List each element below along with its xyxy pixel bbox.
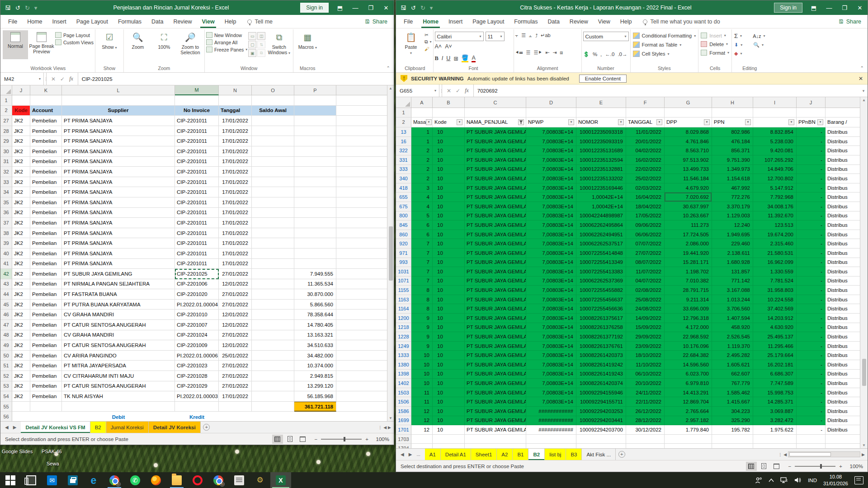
cell-nomor[interactable]: 100062262494951 [576,230,626,239]
copy-button[interactable]: ⧉▾ [425,39,432,45]
cell-kode[interactable]: JK2 [12,208,30,218]
cell-supplier[interactable]: PT NIRMALA PANGAN SEJAHTERA [62,279,175,290]
cell-invoice[interactable]: CIP-2201024 [175,330,219,341]
cell-nomor[interactable]: 100012235131689 [576,146,626,155]
minimize-button[interactable]: — [348,0,363,15]
cell-nomor[interactable]: 100092294155711 [576,397,626,407]
cell-nomor[interactable]: 100012235093319 [576,137,626,146]
row-header[interactable]: 331 [396,155,411,165]
cell-saldo[interactable]: 34.510.633 [294,340,336,351]
cell-empty[interactable] [252,249,294,259]
cell-npwp[interactable]: 7,00803E+14 [526,388,576,398]
cell-invoice[interactable]: CIP-2201011 [175,238,219,249]
cell-kode[interactable]: JK2 [12,351,30,361]
cell-masa[interactable]: 11 [411,397,433,407]
row-header[interactable]: 55 [0,402,12,412]
table-row[interactable]: 16 1 10 PT SUBUR JAYA GEMILAN 7,00803E+1… [396,137,860,146]
cell-invoice[interactable]: CIP-2201011 [175,218,219,228]
table-row[interactable]: 38 JK2 Pembelian PT PRIMA SANJAYA CIP-22… [0,228,387,239]
table-row[interactable]: 1699 12 10 PT SUBUR JAYA GEMILAN #######… [396,416,860,426]
row-header[interactable]: 1398 [396,370,411,379]
taskbar-mail-icon[interactable] [42,472,62,488]
sheet-tab[interactable]: Detail JV Koreksi [149,422,201,433]
italic-icon[interactable]: I [442,55,443,61]
cell-masa[interactable]: 5 [411,211,433,221]
cell-masa[interactable]: 1 [411,137,433,146]
cell-invoice[interactable]: PI.2022.01.00004 [175,300,219,310]
cell-npwp[interactable]: 7,00803E+14 [526,155,576,165]
cell-npwp[interactable]: 7,00803E+14 [526,137,576,146]
right-sheet-area[interactable]: A B C D E F G H I J 1 [396,97,860,448]
sheet-tab[interactable]: A1 [425,449,441,460]
tell-me-box[interactable]: Tell me [247,19,364,25]
cell-ppn[interactable]: 1.415.667 [712,397,753,407]
cell-supplier[interactable]: PT MITRA JAYAPERSADA [62,361,175,371]
cell-invoice[interactable]: CIP-2201009 [175,340,219,351]
cell-total[interactable]: 3.282.472 [753,416,797,426]
cell-dpp[interactable]: 2.086.000 [665,239,712,249]
cell-total[interactable]: 9.420.081 [753,146,797,155]
cell-saldo[interactable] [294,136,336,146]
cell-ppn[interactable]: 767.779 [712,379,753,388]
cell-dpp[interactable]: 28.791.715 [665,286,712,295]
cell-supplier[interactable]: PT PRIMA SANJAYA [62,197,175,208]
row-header[interactable]: 47 [0,320,12,330]
cell-nama-penjual[interactable]: PT SUBUR JAYA GEMILAN [465,249,526,258]
row-header[interactable]: 1218 [396,323,411,333]
cell-nomor[interactable]: 1,00042E+14 [576,202,626,211]
cell-ppnbn[interactable]: - [797,258,826,267]
cell-tanggal[interactable]: 02/08/2022 [626,286,665,295]
cell-npwp[interactable]: 7,00803E+14 [526,351,576,360]
cell-supplier[interactable]: PT PRIMA SANJAYA [62,146,175,157]
macros-button[interactable]: ▦ Macros ▾ [295,30,320,59]
cell-tanggal[interactable]: 17/01/2022 [219,208,252,218]
cell-invoice[interactable]: CIP-2201028 [175,371,219,381]
cell-supplier[interactable]: PT PRIMA SANJAYA [62,126,175,136]
number-format-select[interactable]: Custom▾ [583,32,629,41]
cell-styles-button[interactable]: Cell Styles ▾ [632,49,697,58]
cell-tanggal[interactable]: 17/01/2022 [219,167,252,177]
cell-barang[interactable]: Distribus [826,425,860,435]
cell-total[interactable]: 12.700.802 [753,174,797,183]
cell-ppnbn[interactable]: - [797,425,826,435]
cell-ppnbn[interactable]: - [797,192,826,202]
cell-tanggal[interactable]: 27/01/2022 [219,330,252,341]
cell-nomor[interactable]: 100092294203441 [576,416,626,426]
row-header[interactable]: 42 [0,269,12,279]
cell-total[interactable]: 7.792.968 [753,192,797,202]
cell-empty[interactable] [252,157,294,167]
row-header[interactable]: 35 [0,197,12,208]
cell-tanggal[interactable]: 06/06/2022 [626,230,665,239]
new-sheet-button[interactable]: + [616,449,627,460]
cell-tanggal[interactable]: 17/01/2022 [219,126,252,136]
confirm-entry-icon[interactable]: ✓ [60,76,65,82]
cell-masa[interactable]: 11 [411,388,433,398]
table-row[interactable]: 1071 7 10 PT SUBUR JAYA GEMILAN 7,00803E… [396,277,860,286]
taskbar-opera-icon[interactable] [187,472,208,488]
cell-kode[interactable]: JK2 [12,177,30,188]
cell-ppnbn[interactable]: - [797,202,826,211]
cell-total[interactable]: 25.495.137 [753,332,797,342]
column-header-l[interactable]: L [62,85,175,95]
cell-tanggal[interactable]: 20/01/2022 [626,137,665,146]
cell-empty[interactable] [252,351,294,361]
table-row[interactable]: 1398 10 10 PT SUBUR JAYA GEMILAN 7,00803… [396,370,860,379]
ribbon-tab[interactable]: Data [146,16,168,28]
percent-style-icon[interactable]: % [593,52,597,57]
cell-invoice[interactable]: PI.2022.01.00006 [175,351,219,361]
format-painter-button[interactable]: 🖌 [425,46,432,52]
cell-total[interactable]: 16.202.181 [753,360,797,370]
cell-tanggal[interactable]: 17/01/2022 [219,249,252,259]
cell-nomor[interactable]: 100082261376258 [576,323,626,333]
cell-invoice[interactable]: CIP-2201011 [175,136,219,146]
cell-empty[interactable] [252,116,294,126]
sheet-nav-left-icon[interactable]: ◀ [5,425,9,430]
table-row[interactable]: 800 5 10 PT SUBUR JAYA GEMILAN 7,00803E+… [396,211,860,221]
cell-total[interactable]: 1.330.559 [753,267,797,277]
cell-nomor[interactable]: 100072255456636 [576,304,626,314]
orientation-icon[interactable]: ⤴ [535,33,538,38]
cell-supplier[interactable]: CV ARIRA PANGINDO [62,351,175,361]
cell-barang[interactable]: Distribus [826,379,860,388]
spreadsheet-row-1[interactable]: 1 [0,95,387,106]
cell-npwp[interactable]: 7,00803E+14 [526,379,576,388]
